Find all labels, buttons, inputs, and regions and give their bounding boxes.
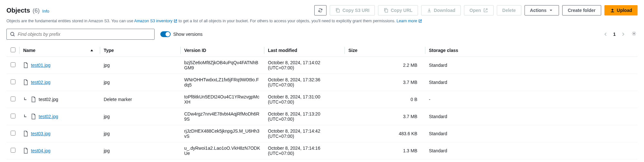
object-type: jpg [100, 56, 180, 74]
show-versions-toggle[interactable] [160, 31, 171, 37]
copy-url-button[interactable]: Copy URL [378, 5, 418, 15]
info-link[interactable]: Info [42, 9, 49, 14]
object-type: Delete marker [100, 91, 180, 108]
upload-button[interactable]: Upload [604, 5, 638, 15]
page-number: 1 [613, 32, 616, 37]
refresh-button[interactable] [314, 5, 327, 15]
svg-point-3 [633, 33, 635, 35]
settings-button[interactable] [630, 30, 638, 38]
file-icon [31, 114, 36, 119]
file-icon [23, 148, 28, 154]
external-link-icon [174, 19, 177, 23]
search-input[interactable] [18, 32, 151, 37]
file-icon [31, 96, 36, 102]
table-row: test04.jpgjpgu_.dyRwoi1a2.Lao1oO.VkH8zN7… [6, 142, 638, 159]
version-nest-icon [23, 97, 28, 102]
search-box[interactable] [6, 29, 155, 40]
row-checkbox[interactable] [11, 62, 15, 67]
sort-asc-icon [90, 49, 93, 52]
object-size: 0 B [345, 91, 425, 108]
row-checkbox[interactable] [11, 96, 15, 101]
object-type: jpg [100, 108, 180, 125]
table-row: test03.jpgjpgrjJzDHEX488Cek5jknpgJS.M_U6… [6, 125, 638, 142]
create-folder-button[interactable]: Create folder [562, 5, 601, 15]
object-version-id: toPf8itkUn5EDt24Ou4C1YRwzvgpMcXH [180, 91, 264, 108]
object-storage-class: Standard [425, 56, 638, 74]
version-nest-icon [23, 114, 28, 119]
object-type: jpg [100, 74, 180, 91]
table-row: test02.jpgDelete markertoPf8itkUn5EDt24O… [6, 91, 638, 108]
object-type: jpg [100, 125, 180, 142]
table-row: test02.jpgjpgCDw4rgz7nrv4E78vbt4AqjRfMoD… [6, 108, 638, 125]
objects-table: Name Type Version ID Last modified Size … [6, 44, 638, 159]
s3-inventory-link[interactable]: Amazon S3 inventory [134, 19, 177, 23]
object-last-modified: October 8, 2024, 17:13:20 (UTC+07:00) [264, 108, 345, 125]
file-icon [23, 79, 28, 85]
column-name[interactable]: Name [19, 44, 100, 57]
refresh-icon [318, 8, 323, 13]
object-name[interactable]: test04.jpg [31, 148, 51, 153]
object-type: jpg [100, 142, 180, 159]
show-versions-label: Show versions [173, 32, 203, 37]
delete-button[interactable]: Delete [497, 5, 521, 15]
copy-s3-uri-button[interactable]: Copy S3 URI [330, 5, 375, 15]
column-last-modified[interactable]: Last modified [264, 44, 345, 57]
copy-icon [335, 8, 340, 13]
svg-rect-1 [385, 9, 388, 12]
object-version-id: WNrOHHTwdxxLZ1fx6jFRq9W0t9o.Fdq5 [180, 74, 264, 91]
svg-rect-0 [337, 9, 339, 12]
upload-icon [610, 8, 615, 13]
object-size: 1.3 MB [345, 142, 425, 159]
object-name[interactable]: test02.jpg [31, 80, 51, 85]
column-version-id[interactable]: Version ID [180, 44, 264, 57]
object-last-modified: October 8, 2024, 17:31:00 (UTC+07:00) [264, 91, 345, 108]
gear-icon [632, 31, 636, 36]
next-page-icon[interactable] [621, 32, 625, 36]
column-type[interactable]: Type [100, 44, 180, 57]
object-version-id: CDw4rgz7nrv4E78vbt4AqjRfMoDh6R9S [180, 108, 264, 125]
open-button[interactable]: Open [464, 5, 494, 15]
object-version-id: u_.dyRwoi1a2.Lao1oO.VkH8zN7ODKUe [180, 142, 264, 159]
download-button[interactable]: Download [421, 5, 461, 15]
search-icon [10, 32, 15, 37]
object-version-id: rjJzDHEX488Cek5jknpgJS.M_U6Hh3vS [180, 125, 264, 142]
row-checkbox[interactable] [11, 79, 15, 84]
row-checkbox[interactable] [11, 131, 15, 136]
prev-page-icon[interactable] [603, 32, 608, 36]
object-name[interactable]: test01.jpg [31, 63, 51, 68]
column-size[interactable]: Size [345, 44, 425, 57]
object-storage-class: Standard [425, 74, 638, 91]
column-storage-class[interactable]: Storage class [425, 44, 638, 57]
object-name[interactable]: test03.jpg [31, 131, 51, 136]
object-size: 3.7 MB [345, 74, 425, 91]
object-storage-class: Standard [425, 108, 638, 125]
object-storage-class: - [425, 91, 638, 108]
select-all-checkbox[interactable] [11, 47, 15, 52]
page-title: Objects [6, 7, 30, 14]
object-storage-class: Standard [425, 142, 638, 159]
object-last-modified: October 8, 2024, 17:14:42 (UTC+07:00) [264, 125, 345, 142]
row-checkbox[interactable] [11, 148, 15, 153]
object-name: test02.jpg [39, 97, 58, 102]
object-last-modified: October 8, 2024, 17:32:36 (UTC+07:00) [264, 74, 345, 91]
copy-icon [384, 8, 389, 13]
object-count: (6) [33, 7, 40, 14]
external-link-icon [418, 19, 422, 23]
table-row: test02.jpgjpgWNrOHHTwdxxLZ1fx6jFRq9W0t9o… [6, 74, 638, 91]
object-last-modified: October 8, 2024, 17:14:16 (UTC+07:00) [264, 142, 345, 159]
external-link-icon [483, 8, 488, 13]
object-size: 3.7 MB [345, 108, 425, 125]
file-icon [23, 131, 28, 137]
download-icon [427, 8, 432, 13]
object-storage-class: Standard [425, 125, 638, 142]
object-size: 483.6 KB [345, 125, 425, 142]
table-row: test01.jpgjpgbzj5Ze6oMf8ZjkOB4uPqQv4FATN… [6, 56, 638, 74]
caret-down-icon [548, 8, 554, 13]
object-last-modified: October 8, 2024, 17:14:02 (UTC+07:00) [264, 56, 345, 74]
actions-button[interactable]: Actions [525, 5, 559, 15]
svg-point-2 [11, 32, 14, 35]
description-text: Objects are the fundamental entities sto… [6, 18, 638, 24]
row-checkbox[interactable] [11, 114, 15, 118]
learn-more-link[interactable]: Learn more [397, 19, 422, 23]
object-name[interactable]: test02.jpg [39, 114, 58, 119]
